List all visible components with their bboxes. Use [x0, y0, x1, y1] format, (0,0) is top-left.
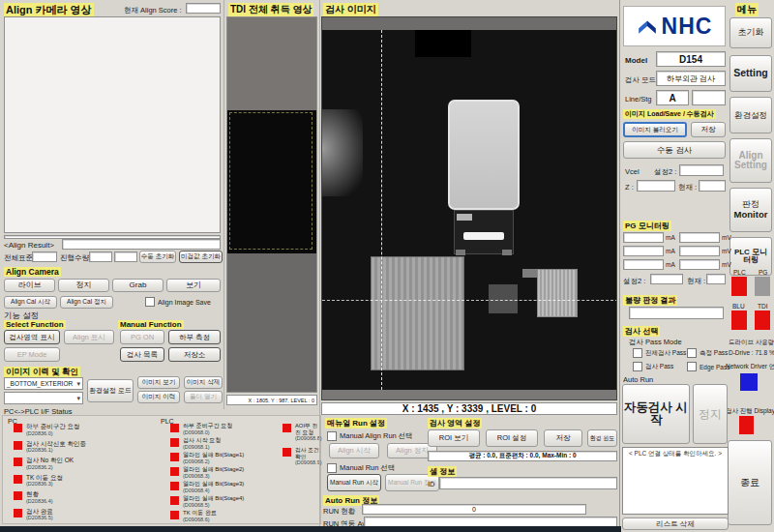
camera-stop-button[interactable]: 정지 [58, 279, 109, 292]
total-input[interactable] [32, 251, 57, 262]
vcel-set-input[interactable] [679, 164, 724, 176]
env-load-button[interactable]: 환경설정 로드 [87, 379, 134, 402]
pc-status-list: 하부 준비구간 요청 (D20836.0) 검사 시작신호 확인중 (D2083… [14, 423, 157, 524]
unit-mv: mV [722, 261, 731, 268]
status-label: TK 이동 완료 [183, 510, 279, 517]
vcel-label: Vcel [625, 167, 640, 176]
menu-title: 메뉴 [735, 3, 759, 16]
inspect-list-button[interactable]: 검사 목록 [120, 347, 164, 362]
manual-reset-button[interactable]: 수동 초기화 [139, 251, 176, 263]
align-image-save-checkbox[interactable]: Align Image Save [145, 297, 211, 307]
status-led-icon [283, 448, 291, 457]
align-result-label: <Align Result> [4, 241, 54, 250]
image-type-dropdown[interactable]: _BOTTOM_EXTERIOR▾ [4, 377, 83, 390]
striped-square [537, 269, 578, 317]
pg-square-label: PG [759, 269, 767, 276]
manual-run-start-button[interactable]: Manual Run 시작 [327, 474, 381, 491]
roi-view-button[interactable]: ROI 보기 [428, 429, 480, 447]
pg-on-button[interactable]: PG ON [120, 330, 164, 344]
stop-button[interactable]: 정지 [693, 384, 728, 444]
align-setting-button[interactable]: Align Setting [729, 138, 772, 183]
line-stg-value: A [656, 90, 689, 105]
align-score-input[interactable] [186, 3, 221, 14]
manual-inspect-button[interactable]: 수동 검사 [623, 141, 726, 159]
status-item: 검사 완료 (D20836.5) [14, 508, 157, 521]
align-start-button[interactable]: Align 시작 [329, 443, 379, 458]
status-item: 하부 준비구간 요청 (D20836.0) [14, 423, 157, 436]
extra-input[interactable] [114, 251, 137, 262]
status-led-icon [14, 475, 22, 484]
inspect-pass-checkbox[interactable]: 검사 Pass [633, 362, 673, 371]
message-listbox[interactable]: < PLC 연결 상태를 확인하세요. > [622, 447, 729, 515]
tdi-square-label: TDI [758, 303, 767, 310]
inspect-area-view-button[interactable]: 검사영역 표시 [4, 330, 60, 344]
status-led-icon [170, 496, 179, 505]
status-item: 하부 준비구간 요청 (D09068.0) [170, 423, 279, 435]
status-led-icon [14, 458, 22, 466]
status-code: (D09068.2) [183, 458, 279, 464]
cell-id-input[interactable] [439, 477, 617, 489]
pg-set-input[interactable] [650, 274, 683, 284]
camera-grab-button[interactable]: Grab [112, 279, 164, 292]
qty-input[interactable] [89, 251, 112, 262]
image-view-button[interactable]: 이미지 보기 [137, 376, 180, 389]
manual-function-title: Manual Function [118, 320, 184, 329]
folder-open-button[interactable]: 폴더 열기 [184, 391, 223, 403]
edge-pass-checkbox[interactable]: Edge Pass [687, 362, 729, 371]
judge-monitor-button[interactable]: 판정 Monitor [729, 188, 772, 232]
checkbox-label: Manual Run 선택 [340, 463, 396, 473]
env-setting-button[interactable]: 환경설정 [729, 97, 772, 133]
align-view-button[interactable]: Align 표시 [64, 330, 114, 344]
roi-window-button[interactable]: 환경 윈도 [587, 429, 617, 447]
roi-save-button[interactable]: 저장 [544, 429, 582, 447]
tdi-status-square [755, 310, 770, 330]
measure-pass-checkbox[interactable]: 측정 Pass [687, 348, 728, 358]
align-panel-title: Align 카메라 영상 [4, 3, 94, 17]
checkbox-icon [687, 348, 697, 358]
monitor-label: Monitor [734, 210, 768, 220]
manual-run-title: 매뉴얼 Run 설정 [325, 418, 387, 429]
tdi-scan-region [227, 110, 316, 253]
connector-foot [502, 250, 512, 255]
status-code: (D09068.8) [295, 435, 321, 441]
crosshair-horizontal [322, 300, 617, 301]
camera-live-button[interactable]: 라이브 [4, 279, 55, 292]
align-cal-start-button[interactable]: Align Cal 시작 [4, 296, 57, 309]
image-sub-dropdown[interactable]: ▾ [4, 392, 83, 404]
z-input[interactable] [637, 180, 675, 192]
manual-run-checkbox[interactable]: Manual Run 선택 [327, 463, 396, 473]
status-code: (D20836.4) [26, 498, 157, 504]
image-delete-button[interactable]: 이미지 삭제 [184, 376, 223, 389]
align-result-input[interactable] [62, 239, 221, 250]
total-label: 전체표준 [4, 253, 33, 263]
status-item: 검사 시작신호 확인중 (D20836.1) [14, 440, 157, 454]
ep-mode-button[interactable]: EP Mode [4, 347, 60, 362]
auto-inspect-start-button[interactable]: 자동검사 시작 [622, 384, 690, 444]
status-item: 얼라인 실패 Bit(Stage1) (D09068.2) [170, 452, 279, 464]
checkbox-label: 검사 Pass [645, 363, 673, 371]
align-camera-viewport[interactable] [4, 16, 221, 233]
save-button[interactable]: 저장 [691, 122, 726, 137]
tdi-panel-title: TDI 전체 취득 영상 [228, 3, 313, 16]
align-cal-stop-button[interactable]: Align Cal 정지 [60, 296, 113, 309]
roi-set-button[interactable]: ROI 설정 [486, 429, 538, 447]
status-label: AOI부 전진 요청 [295, 423, 321, 435]
init-button[interactable]: 초기화 [729, 17, 772, 48]
sub-measure-button[interactable]: 하부 측정 [168, 330, 221, 344]
image-load-button[interactable]: 이미지 불러오기 [623, 122, 687, 137]
exit-button[interactable]: 종료 [728, 440, 772, 525]
storage-button[interactable]: 저장소 [168, 347, 221, 362]
manual-align-run-checkbox[interactable]: Manual Align Run 선택 [327, 431, 413, 441]
all-pass-checkbox[interactable]: 전체검사 Pass [633, 348, 686, 358]
camera-view-button[interactable]: 보기 [166, 279, 221, 292]
image-history-button[interactable]: 이미지 이력 [137, 391, 180, 403]
setting-button[interactable]: Setting [729, 55, 772, 92]
tdi-image-viewport[interactable] [226, 16, 317, 393]
status-led-icon [283, 424, 291, 432]
chevron-down-icon: ▾ [76, 380, 80, 388]
inspect-image-viewport[interactable] [321, 16, 617, 400]
status-led-icon [170, 453, 179, 461]
value-reset-button[interactable]: 미검값 초기화 [179, 251, 223, 263]
status-item: 얼라인 실패 Bit(Stage3) (D09068.4) [170, 481, 279, 493]
list-clear-button[interactable]: 리스트 삭제 [622, 517, 729, 530]
